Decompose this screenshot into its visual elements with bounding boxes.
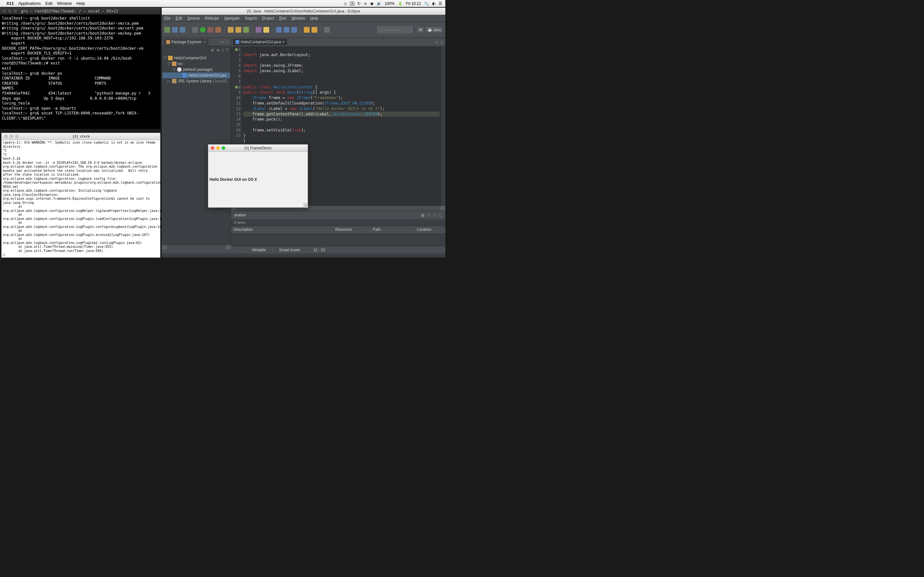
menu-window[interactable]: Window	[57, 1, 72, 6]
clock[interactable]: Fri 10:12	[406, 1, 421, 6]
menu-source[interactable]: Source	[187, 16, 200, 21]
menu-project[interactable]: Project	[262, 16, 274, 21]
tab-package-explorer[interactable]: Package Explorer ×	[164, 39, 208, 45]
last-edit-icon[interactable]	[291, 27, 297, 33]
quick-access-input[interactable]	[377, 26, 413, 33]
minimize-icon[interactable]: ▭	[435, 40, 438, 44]
menu-refactor[interactable]: Refactor	[205, 16, 219, 21]
zoom-icon[interactable]	[13, 9, 17, 13]
menu-edit[interactable]: Edit	[45, 1, 52, 6]
xterm-window[interactable]: |X| xterm (geary:1): Gtk-WARNING **: Sym…	[1, 133, 160, 258]
tree-project[interactable]: ▽HelloContainerGUI	[162, 55, 230, 61]
terminal-window[interactable]: gru — root@32f0ac73eaeb: / — socat — 65×…	[0, 8, 160, 129]
menu-search[interactable]: Search	[245, 16, 257, 21]
close-icon[interactable]: ×	[282, 40, 284, 44]
link-editor-icon[interactable]: ⇆	[216, 48, 220, 52]
run-icon[interactable]	[200, 27, 206, 33]
terminal-titlebar[interactable]: gru — root@32f0ac73eaeb: / — socat — 65×…	[0, 8, 160, 15]
menu-navigate[interactable]: Navigate	[224, 16, 239, 21]
annotation-icon[interactable]	[276, 27, 282, 33]
dropbox-icon[interactable]: ◇	[344, 1, 347, 6]
scroll-left-icon[interactable]	[162, 245, 167, 250]
view-menu-icon[interactable]: ▽	[427, 213, 430, 218]
adobe-icon[interactable]: A	[350, 2, 354, 5]
col-resource[interactable]: Resource	[333, 226, 370, 234]
filter-icon[interactable]: ▦	[421, 213, 425, 218]
minimize-icon[interactable]	[8, 9, 11, 13]
tree-default-package[interactable]: ▽(default package)	[162, 67, 230, 73]
new-icon[interactable]	[164, 27, 170, 33]
framedemo-window[interactable]: |X|FrameDemo Hello Docker GUI on OS X	[208, 144, 308, 208]
perspective-java[interactable]: ☕ Java	[426, 27, 443, 32]
tree-src[interactable]: ▽src	[162, 61, 230, 67]
tree-jre[interactable]: ▷JRE System Library [JavaSE	[162, 78, 230, 84]
volume-icon[interactable]: 🔊	[376, 1, 381, 6]
minimize-icon[interactable]	[10, 135, 13, 138]
menu-applications[interactable]: Applications	[18, 1, 41, 6]
scroll-right-icon[interactable]	[226, 245, 231, 250]
bluetooth-icon[interactable]: ⚹	[364, 1, 367, 6]
framedemo-label: Hello Docker GUI on OS X	[208, 152, 308, 207]
save-all-icon[interactable]	[180, 27, 186, 33]
problems-table-header[interactable]: Description Resource Path Location	[231, 226, 445, 234]
xterm-content[interactable]: (geary:1): Gtk-WARNING **: Symbolic icon…	[2, 140, 160, 258]
minimize-icon[interactable]: ▭	[433, 213, 436, 218]
editor-tab[interactable]: HelloContainerGUI.java ×	[233, 39, 287, 45]
close-icon[interactable]	[4, 135, 8, 138]
framedemo-titlebar[interactable]: |X|FrameDemo	[208, 145, 308, 152]
collapse-all-icon[interactable]: ⇄	[211, 48, 214, 52]
timemachine-icon[interactable]: ↻	[357, 1, 360, 6]
col-location[interactable]: Location	[414, 226, 445, 234]
tree-java-file[interactable]: HelloContainerGUI.jav	[162, 73, 230, 78]
notification-icon[interactable]: ☰	[439, 1, 442, 6]
eclipse-titlebar[interactable]: |X| Java - HelloContainerGUI/src/HelloCo…	[162, 8, 445, 15]
maximize-icon[interactable]: ▢	[226, 40, 229, 44]
ext-tools-icon[interactable]	[215, 27, 221, 33]
resize-handle[interactable]	[303, 203, 307, 207]
menubar-app[interactable]: X11	[6, 1, 14, 6]
battery-icon[interactable]: 🔋	[398, 1, 403, 6]
close-icon[interactable]: ×	[204, 40, 206, 44]
pkg-horizontal-scrollbar[interactable]	[162, 245, 231, 250]
vertical-scrollbar[interactable]	[441, 46, 445, 205]
debug-icon[interactable]	[192, 27, 198, 33]
terminal-content[interactable]: localhost:~ gru$ boot2docker shellinit W…	[0, 15, 160, 122]
menu-help[interactable]: Help	[310, 16, 318, 21]
eclipse-menubar: File Edit Source Refactor Navigate Searc…	[162, 15, 445, 22]
perspective-switcher-icon[interactable]: ⊞	[417, 27, 424, 32]
menu-help[interactable]: Help	[76, 1, 85, 6]
maximize-icon[interactable]: ▢	[439, 213, 442, 218]
new-package-icon[interactable]	[228, 27, 234, 33]
close-icon[interactable]	[3, 9, 6, 13]
minimize-icon[interactable]: ▭	[220, 40, 224, 44]
package-tree[interactable]: ▽HelloContainerGUI ▽src ▽(default packag…	[162, 54, 231, 85]
annotation-prev-icon[interactable]	[284, 27, 289, 33]
project-icon	[168, 56, 173, 60]
user-icon[interactable]: ◐	[432, 1, 435, 6]
eclipse-window[interactable]: |X| Java - HelloContainerGUI/src/HelloCo…	[162, 8, 445, 258]
coverage-icon[interactable]	[208, 27, 213, 33]
open-type-icon[interactable]	[243, 27, 249, 33]
maximize-icon[interactable]: ▢	[440, 40, 443, 44]
col-path[interactable]: Path	[370, 226, 414, 234]
scroll-right-icon[interactable]	[440, 206, 445, 211]
wifi-icon[interactable]: ◉	[370, 1, 373, 6]
back-icon[interactable]	[304, 27, 310, 33]
search-icon[interactable]	[256, 27, 262, 33]
battery-percent[interactable]: 100%	[384, 1, 395, 6]
new-class-icon[interactable]	[236, 27, 241, 33]
xterm-titlebar[interactable]: |X| xterm	[2, 133, 160, 140]
view-menu-icon[interactable]: ▽	[226, 48, 229, 52]
menu-edit[interactable]: Edit	[176, 16, 182, 21]
zoom-icon[interactable]	[15, 135, 19, 138]
col-description[interactable]: Description	[231, 226, 333, 234]
pin-icon[interactable]	[324, 27, 330, 33]
forward-icon[interactable]	[312, 27, 317, 33]
spotlight-icon[interactable]: 🔍	[424, 1, 429, 6]
toggle-mark-icon[interactable]	[263, 27, 269, 33]
menu-window[interactable]: Window	[291, 16, 305, 21]
menu-file[interactable]: File	[164, 16, 170, 21]
save-icon[interactable]	[172, 27, 178, 33]
problems-tab-suffix[interactable]: aration	[234, 213, 246, 218]
menu-run[interactable]: Run	[279, 16, 286, 21]
